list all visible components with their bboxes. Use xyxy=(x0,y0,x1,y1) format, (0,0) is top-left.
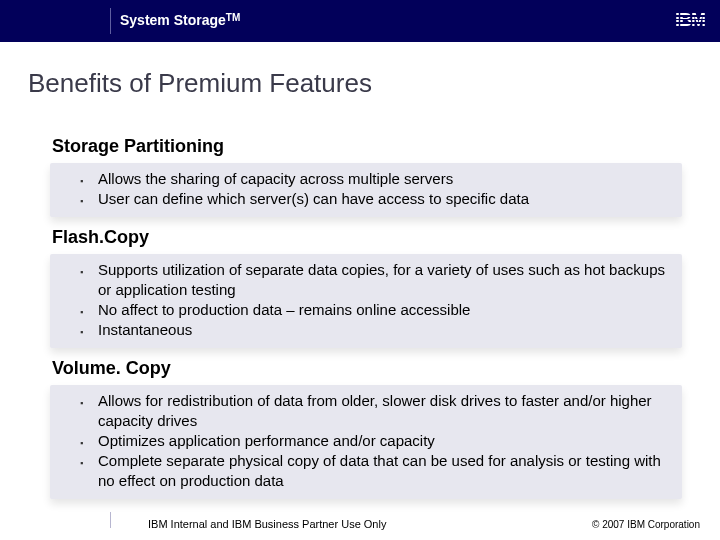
section-body: Allows for redistribution of data from o… xyxy=(50,385,682,499)
list-item: Instantaneous xyxy=(58,320,674,340)
list-item: Complete separate physical copy of data … xyxy=(58,451,674,491)
bullet-list: Allows for redistribution of data from o… xyxy=(58,391,674,491)
footer-note: IBM Internal and IBM Business Partner Us… xyxy=(148,518,386,530)
banner-title: System StorageTM xyxy=(120,12,240,28)
footer-copyright: © 2007 IBM Corporation xyxy=(592,519,700,530)
list-item: Supports utilization of separate data co… xyxy=(58,260,674,300)
ibm-logo-text: IBM xyxy=(674,10,706,31)
trademark: TM xyxy=(226,12,240,23)
bullet-list: Supports utilization of separate data co… xyxy=(58,260,674,340)
slide: System StorageTM IBM Benefits of Premium… xyxy=(0,0,720,540)
section-flash-copy: Flash.Copy Supports utilization of separ… xyxy=(50,219,682,348)
list-item: User can define which server(s) can have… xyxy=(58,189,674,209)
section-storage-partitioning: Storage Partitioning Allows the sharing … xyxy=(50,128,682,217)
ibm-logo: IBM xyxy=(674,10,706,31)
footer-divider xyxy=(110,512,111,528)
list-item: Allows the sharing of capacity across mu… xyxy=(58,169,674,189)
list-item: Allows for redistribution of data from o… xyxy=(58,391,674,431)
content: Storage Partitioning Allows the sharing … xyxy=(50,128,682,501)
section-body: Allows the sharing of capacity across mu… xyxy=(50,163,682,217)
slide-title: Benefits of Premium Features xyxy=(28,68,372,99)
section-heading: Flash.Copy xyxy=(50,219,682,254)
list-item: Optimizes application performance and/or… xyxy=(58,431,674,451)
top-banner: System StorageTM IBM xyxy=(0,0,720,42)
banner-divider xyxy=(110,8,111,34)
section-body: Supports utilization of separate data co… xyxy=(50,254,682,348)
list-item: No affect to production data – remains o… xyxy=(58,300,674,320)
banner-title-text: System Storage xyxy=(120,12,226,28)
section-volume-copy: Volume. Copy Allows for redistribution o… xyxy=(50,350,682,499)
section-heading: Volume. Copy xyxy=(50,350,682,385)
footer: IBM Internal and IBM Business Partner Us… xyxy=(0,512,720,532)
bullet-list: Allows the sharing of capacity across mu… xyxy=(58,169,674,209)
section-heading: Storage Partitioning xyxy=(50,128,682,163)
